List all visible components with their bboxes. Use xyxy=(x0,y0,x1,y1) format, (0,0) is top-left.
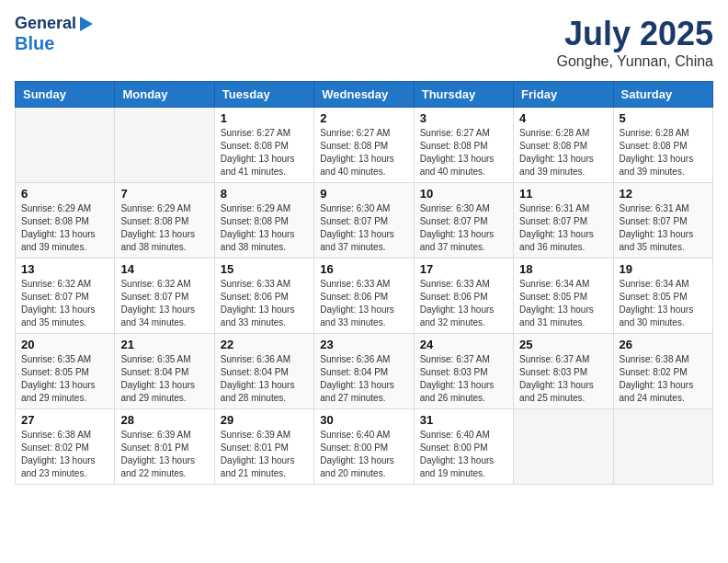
day-detail: Sunrise: 6:33 AM Sunset: 8:06 PM Dayligh… xyxy=(320,278,407,329)
calendar-cell: 13Sunrise: 6:32 AM Sunset: 8:07 PM Dayli… xyxy=(16,259,115,334)
calendar-cell: 2Sunrise: 6:27 AM Sunset: 8:08 PM Daylig… xyxy=(314,108,414,183)
calendar-cell: 26Sunrise: 6:38 AM Sunset: 8:02 PM Dayli… xyxy=(613,334,712,409)
weekday-header: Monday xyxy=(115,82,214,108)
day-number: 2 xyxy=(320,111,407,125)
day-number: 4 xyxy=(519,111,607,125)
calendar-cell: 20Sunrise: 6:35 AM Sunset: 8:05 PM Dayli… xyxy=(16,334,115,409)
calendar-cell: 8Sunrise: 6:29 AM Sunset: 8:08 PM Daylig… xyxy=(214,183,313,259)
logo-text-blue: Blue xyxy=(15,33,54,53)
day-detail: Sunrise: 6:37 AM Sunset: 8:03 PM Dayligh… xyxy=(519,353,607,405)
calendar-cell: 27Sunrise: 6:38 AM Sunset: 8:02 PM Dayli… xyxy=(16,409,115,485)
day-detail: Sunrise: 6:38 AM Sunset: 8:02 PM Dayligh… xyxy=(620,353,707,405)
day-detail: Sunrise: 6:32 AM Sunset: 8:07 PM Dayligh… xyxy=(120,278,208,329)
calendar-week-row: 1Sunrise: 6:27 AM Sunset: 8:08 PM Daylig… xyxy=(16,108,713,183)
day-number: 11 xyxy=(519,187,607,201)
calendar-cell: 12Sunrise: 6:31 AM Sunset: 8:07 PM Dayli… xyxy=(613,183,712,259)
day-detail: Sunrise: 6:28 AM Sunset: 8:08 PM Dayligh… xyxy=(519,127,607,178)
calendar-cell: 11Sunrise: 6:31 AM Sunset: 8:07 PM Dayli… xyxy=(514,183,613,259)
day-detail: Sunrise: 6:28 AM Sunset: 8:08 PM Dayligh… xyxy=(620,127,707,178)
day-detail: Sunrise: 6:40 AM Sunset: 8:00 PM Dayligh… xyxy=(320,429,407,480)
calendar-cell: 6Sunrise: 6:29 AM Sunset: 8:08 PM Daylig… xyxy=(16,183,115,259)
day-detail: Sunrise: 6:33 AM Sunset: 8:06 PM Dayligh… xyxy=(221,278,308,329)
calendar-cell: 19Sunrise: 6:34 AM Sunset: 8:05 PM Dayli… xyxy=(613,259,712,334)
calendar-table: SundayMondayTuesdayWednesdayThursdayFrid… xyxy=(15,81,713,485)
logo-arrow-icon xyxy=(80,17,93,31)
calendar-cell xyxy=(514,409,613,485)
day-number: 12 xyxy=(620,187,707,201)
calendar-cell xyxy=(16,108,115,183)
calendar-cell: 14Sunrise: 6:32 AM Sunset: 8:07 PM Dayli… xyxy=(115,259,214,334)
logo-text-general: General xyxy=(15,15,76,33)
day-detail: Sunrise: 6:40 AM Sunset: 8:00 PM Dayligh… xyxy=(420,429,507,480)
calendar-cell xyxy=(613,409,712,485)
weekday-header: Friday xyxy=(514,82,613,108)
day-number: 15 xyxy=(221,262,308,276)
day-number: 5 xyxy=(620,111,707,125)
day-number: 18 xyxy=(519,262,607,276)
day-detail: Sunrise: 6:39 AM Sunset: 8:01 PM Dayligh… xyxy=(120,429,208,480)
day-number: 17 xyxy=(420,262,507,276)
day-detail: Sunrise: 6:27 AM Sunset: 8:08 PM Dayligh… xyxy=(221,127,308,178)
day-number: 26 xyxy=(620,338,707,351)
day-number: 10 xyxy=(420,187,507,201)
day-number: 3 xyxy=(420,111,507,125)
day-detail: Sunrise: 6:31 AM Sunset: 8:07 PM Dayligh… xyxy=(620,202,707,254)
day-detail: Sunrise: 6:29 AM Sunset: 8:08 PM Dayligh… xyxy=(21,202,108,254)
calendar-week-row: 6Sunrise: 6:29 AM Sunset: 8:08 PM Daylig… xyxy=(16,183,713,259)
day-number: 14 xyxy=(120,262,208,276)
day-detail: Sunrise: 6:34 AM Sunset: 8:05 PM Dayligh… xyxy=(620,278,707,329)
calendar-cell: 7Sunrise: 6:29 AM Sunset: 8:08 PM Daylig… xyxy=(115,183,214,259)
day-detail: Sunrise: 6:35 AM Sunset: 8:04 PM Dayligh… xyxy=(120,353,208,405)
day-detail: Sunrise: 6:37 AM Sunset: 8:03 PM Dayligh… xyxy=(420,353,507,405)
weekday-header: Wednesday xyxy=(314,82,414,108)
day-detail: Sunrise: 6:34 AM Sunset: 8:05 PM Dayligh… xyxy=(519,278,607,329)
page-header: General Blue July 2025 Gonghe, Yunnan, C… xyxy=(15,15,713,70)
weekday-header: Sunday xyxy=(16,82,115,108)
day-number: 22 xyxy=(221,338,308,351)
calendar-cell: 16Sunrise: 6:33 AM Sunset: 8:06 PM Dayli… xyxy=(314,259,414,334)
day-number: 31 xyxy=(420,413,507,427)
day-detail: Sunrise: 6:32 AM Sunset: 8:07 PM Dayligh… xyxy=(21,278,108,329)
calendar-cell xyxy=(115,108,214,183)
day-detail: Sunrise: 6:36 AM Sunset: 8:04 PM Dayligh… xyxy=(320,353,407,405)
day-number: 30 xyxy=(320,413,407,427)
day-number: 23 xyxy=(320,338,407,351)
day-number: 28 xyxy=(120,413,208,427)
logo: General Blue xyxy=(15,15,93,53)
day-detail: Sunrise: 6:39 AM Sunset: 8:01 PM Dayligh… xyxy=(221,429,308,480)
calendar-cell: 31Sunrise: 6:40 AM Sunset: 8:00 PM Dayli… xyxy=(414,409,513,485)
day-detail: Sunrise: 6:35 AM Sunset: 8:05 PM Dayligh… xyxy=(21,353,108,405)
day-detail: Sunrise: 6:30 AM Sunset: 8:07 PM Dayligh… xyxy=(320,202,407,254)
calendar-cell: 9Sunrise: 6:30 AM Sunset: 8:07 PM Daylig… xyxy=(314,183,414,259)
day-number: 24 xyxy=(420,338,507,351)
calendar-cell: 21Sunrise: 6:35 AM Sunset: 8:04 PM Dayli… xyxy=(115,334,214,409)
day-detail: Sunrise: 6:31 AM Sunset: 8:07 PM Dayligh… xyxy=(519,202,607,254)
day-detail: Sunrise: 6:29 AM Sunset: 8:08 PM Dayligh… xyxy=(221,202,308,254)
day-number: 19 xyxy=(620,262,707,276)
calendar-cell: 5Sunrise: 6:28 AM Sunset: 8:08 PM Daylig… xyxy=(613,108,712,183)
calendar-week-row: 13Sunrise: 6:32 AM Sunset: 8:07 PM Dayli… xyxy=(16,259,713,334)
calendar-cell: 30Sunrise: 6:40 AM Sunset: 8:00 PM Dayli… xyxy=(314,409,414,485)
day-detail: Sunrise: 6:27 AM Sunset: 8:08 PM Dayligh… xyxy=(320,127,407,178)
calendar-cell: 3Sunrise: 6:27 AM Sunset: 8:08 PM Daylig… xyxy=(414,108,513,183)
day-detail: Sunrise: 6:27 AM Sunset: 8:08 PM Dayligh… xyxy=(420,127,507,178)
weekday-header: Tuesday xyxy=(214,82,313,108)
calendar-cell: 4Sunrise: 6:28 AM Sunset: 8:08 PM Daylig… xyxy=(514,108,613,183)
day-number: 8 xyxy=(221,187,308,201)
day-number: 16 xyxy=(320,262,407,276)
day-number: 6 xyxy=(21,187,108,201)
calendar-cell: 25Sunrise: 6:37 AM Sunset: 8:03 PM Dayli… xyxy=(514,334,613,409)
weekday-header: Thursday xyxy=(414,82,513,108)
day-number: 1 xyxy=(221,111,308,125)
calendar-cell: 10Sunrise: 6:30 AM Sunset: 8:07 PM Dayli… xyxy=(414,183,513,259)
day-detail: Sunrise: 6:29 AM Sunset: 8:08 PM Dayligh… xyxy=(120,202,208,254)
day-number: 29 xyxy=(221,413,308,427)
calendar-cell: 17Sunrise: 6:33 AM Sunset: 8:06 PM Dayli… xyxy=(414,259,513,334)
weekday-header: Saturday xyxy=(613,82,712,108)
day-number: 9 xyxy=(320,187,407,201)
calendar-cell: 18Sunrise: 6:34 AM Sunset: 8:05 PM Dayli… xyxy=(514,259,613,334)
day-detail: Sunrise: 6:30 AM Sunset: 8:07 PM Dayligh… xyxy=(420,202,507,254)
day-number: 7 xyxy=(120,187,208,201)
calendar-cell: 29Sunrise: 6:39 AM Sunset: 8:01 PM Dayli… xyxy=(214,409,313,485)
day-number: 21 xyxy=(120,338,208,351)
